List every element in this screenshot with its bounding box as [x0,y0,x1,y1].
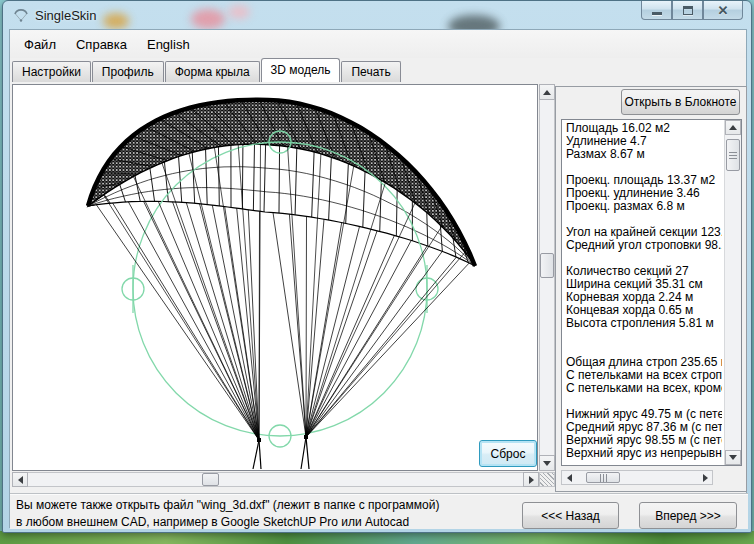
canopy-rib [329,157,332,220]
suspension-line [273,213,306,438]
arrow-down-icon [729,455,737,460]
wing-3d-wireframe[interactable] [13,85,537,470]
stats-scroll-down-button[interactable] [725,450,741,465]
viewer-scroll-right-button[interactable] [523,472,539,487]
titlebar-glass-blob [191,9,225,29]
stats-vertical-scrollbar[interactable] [724,120,741,465]
info-line [566,161,722,174]
info-line [566,213,722,226]
wing-stats-lines: Площадь 16.02 м2Удлинение 4.7Размах 8.67… [562,122,722,460]
menu-file[interactable]: Файл [16,33,64,56]
info-line: Верхний ярус 98.55 м (с петель [566,434,722,447]
info-line: Площадь 16.02 м2 [566,122,722,135]
suspension-line [96,205,259,440]
wing-stats-textbox[interactable]: Площадь 16.02 м2Удлинение 4.7Размах 8.67… [561,119,742,466]
suspension-line [306,437,309,469]
info-line: Угол на крайней секции 123.25 [566,226,722,239]
menu-help[interactable]: Справка [68,33,135,56]
info-line: Корневая хорда 2.24 м [566,291,722,304]
canopy-rib [264,145,266,212]
info-line: Размах 8.67 м [566,148,722,161]
thumb-grip-icon [729,152,737,159]
dxf-hint-line2: в любом внешнем CAD, например в Google S… [16,514,439,531]
viewer-scroll-up-button[interactable] [539,84,555,100]
canopy-rib [206,149,208,204]
titlebar[interactable]: SingleSkin ✕ [3,1,751,29]
viewer-scroll-left-button[interactable] [12,472,28,487]
info-line: Нижний ярус 49.75 м (с петель [566,408,722,421]
canopy-rib [396,190,397,236]
menu-english[interactable]: English [139,33,198,56]
open-in-notepad-button[interactable]: Открыть в Блокноте [621,89,740,115]
suspension-line [306,235,394,437]
wing-3d-viewport[interactable] [12,84,538,471]
close-button[interactable]: ✕ [703,1,743,20]
forward-button[interactable]: Вперед >>> [639,502,737,529]
canopy-rib [242,144,243,209]
titlebar-glass-blob [228,5,250,19]
client-area: Файл Справка English Настройки Профиль Ф… [9,29,747,528]
stats-scroll-left-button[interactable] [562,471,576,484]
caption-buttons: ✕ [641,1,743,21]
info-line: Удлинение 4.7 [566,135,722,148]
viewer-resize-grip[interactable] [539,472,555,487]
maximize-icon [683,6,693,15]
suspension-line [306,216,307,437]
tab-wing-shape[interactable]: Форма крыла [165,61,260,82]
viewer-horizontal-scrollbar[interactable] [12,472,539,487]
info-line: Верхний ярус из непрерывного [566,447,722,460]
close-icon: ✕ [718,4,729,17]
info-line [566,330,722,343]
info-line: Проекц. размах 6.8 м [566,200,722,213]
suspension-line [306,231,377,437]
gizmo-circle[interactable] [133,142,427,436]
wing-info-panel: Открыть в Блокноте Площадь 16.02 м2Удлин… [555,86,747,492]
suspension-line [158,201,259,440]
suspension-line [186,203,259,440]
footer-bar: Вы можете также открыть файл "wing_3d.dx… [10,493,748,529]
info-line: Средний угол строповки 98.15 [566,239,722,252]
tab-print[interactable]: Печать [341,61,400,82]
suspension-line [189,153,259,440]
tab-profile[interactable]: Профиль [92,61,164,82]
info-line: С петельками на всех стропах [566,369,722,382]
dxf-hint-line1: Вы можете также открыть файл "wing_3d.dx… [16,497,439,514]
viewer-3d-container: Сброс [12,84,555,487]
menu-bar: Файл Справка English [10,30,746,58]
info-line [566,343,722,356]
stats-horizontal-scrollbar[interactable] [561,470,713,485]
maximize-button[interactable] [672,1,703,20]
suspension-line [212,205,259,440]
viewer-horizontal-scroll-thumb[interactable] [202,473,219,486]
canopy-rib [279,146,280,213]
arrow-down-icon [543,461,551,466]
canopy-rib [312,152,314,217]
stats-vertical-scroll-thumb[interactable] [726,139,740,171]
window-title: SingleSkin [35,8,96,23]
arrow-up-icon [729,125,737,130]
reset-view-button[interactable]: Сброс [479,440,537,467]
viewer-vertical-scroll-thumb[interactable] [540,253,554,278]
titlebar-glass-blob [103,13,129,29]
tab-settings[interactable]: Настройки [12,61,91,82]
arrow-right-icon [703,474,708,482]
minimize-button[interactable] [641,1,672,20]
canopy-rib [120,184,126,202]
stats-scroll-up-button[interactable] [725,120,741,135]
info-line [566,395,722,408]
arrow-left-icon [18,476,23,484]
info-line: Количество секций 27 [566,265,722,278]
info-line: Средний ярус 87.36 м (с петель [566,421,722,434]
viewer-scroll-down-button[interactable] [539,455,555,471]
stats-scroll-right-button[interactable] [698,471,712,484]
riser-point [257,438,261,442]
info-line: Проекц. удлинение 3.46 [566,187,722,200]
canopy-rib [440,225,442,251]
suspension-line [306,226,442,437]
tab-3d-model[interactable]: 3D модель [261,58,341,82]
stats-horizontal-scroll-thumb[interactable] [586,472,620,483]
suspension-line [253,440,259,469]
titlebar-glass-blob [448,15,500,29]
back-button[interactable]: <<< Назад [522,502,619,529]
canopy-rib [295,148,297,215]
